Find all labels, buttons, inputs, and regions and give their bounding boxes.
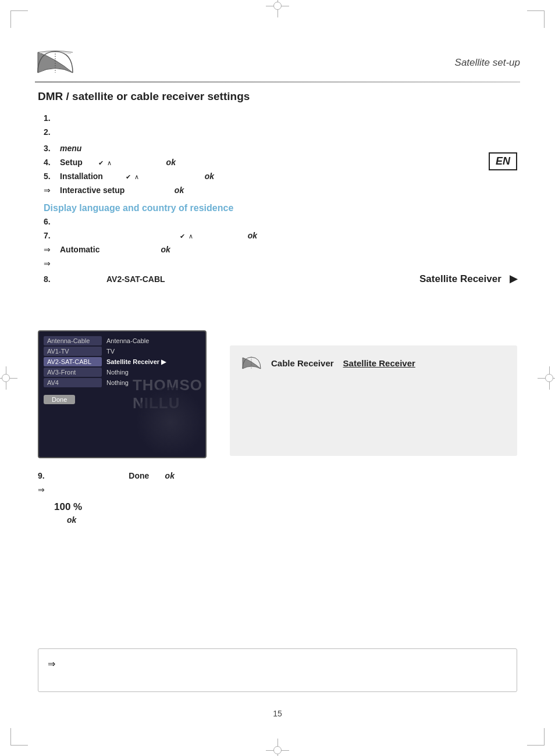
step-7-keys: ✔ ∧ xyxy=(180,233,193,240)
step-4-ok: ok xyxy=(166,158,176,167)
tv-label-av3front: AV3-Front xyxy=(44,368,102,377)
note-box: ⇒ xyxy=(38,648,517,692)
sub-heading: Display language and country of residenc… xyxy=(44,203,517,213)
tv-label-av2satcabl: AV2-SAT-CABL xyxy=(44,357,102,366)
step-auto-ok: ok xyxy=(161,245,170,254)
tv-label-av1tv: AV1-TV xyxy=(44,347,102,356)
step-5: 5. Installation ✔ ∧ ok xyxy=(44,172,517,183)
page-heading: DMR / satellite or cable receiver settin… xyxy=(38,90,517,103)
info-cable-receiver: Cable Receiver xyxy=(271,358,334,368)
info-satellite-receiver: Satellite Receiver xyxy=(343,358,415,368)
av2-sat-cabl-label: AV2-SAT-CABL xyxy=(106,274,165,284)
ok-label: ok xyxy=(67,515,76,525)
tv-bg-graphic xyxy=(136,387,205,457)
corner-mark-tl xyxy=(10,10,28,28)
step-4-label: Setup xyxy=(60,158,83,167)
tv-label-av4: AV4 xyxy=(44,378,102,387)
step-5-arrow-sym: ⇒ xyxy=(44,186,60,195)
step-4-keys: ✔ ∧ xyxy=(98,159,112,166)
step-7-ok: ok xyxy=(248,231,257,240)
step-num-3: 3. xyxy=(44,144,60,153)
step-text-3: menu xyxy=(60,144,517,153)
info-panel: Cable Receiver Satellite Receiver xyxy=(230,345,517,456)
tv-value-av2satcabl: Satellite Receiver xyxy=(106,358,166,366)
step-6: 6. xyxy=(44,217,517,229)
step-automatic: Automatic ok xyxy=(60,245,517,254)
steps-container: 1. 2. 3. menu 4. Setup ✔ ∧ xyxy=(44,113,517,285)
step-text-9: Done ok xyxy=(54,471,517,480)
percent-label: 100 % xyxy=(54,501,82,513)
tv-value-antenna-cable: Antenna-Cable xyxy=(106,337,149,344)
step-num-7: 7. xyxy=(44,231,60,240)
header-title: Satellite set-up xyxy=(455,57,520,69)
tv-menu-av1tv: AV1-TV TV xyxy=(44,347,201,356)
step-num-1: 1. xyxy=(44,113,60,123)
tv-menu-av3front: AV3-Front Nothing xyxy=(44,368,201,377)
steps-continued: 9. Done ok ⇒ 100 % ok xyxy=(38,471,517,529)
step-2: 2. xyxy=(44,127,517,139)
tv-value-av1tv: TV xyxy=(106,348,115,355)
step-9-arrow: ⇒ xyxy=(38,485,517,497)
step-1: 1. xyxy=(44,113,517,125)
step-7-arrow-sym: ⇒ xyxy=(44,245,60,254)
step-text-7: ✔ ∧ ok xyxy=(60,231,517,240)
step-num-2: 2. xyxy=(44,127,60,137)
percent-row: 100 % xyxy=(54,501,517,513)
step-9: 9. Done ok xyxy=(38,471,517,483)
corner-mark-br xyxy=(527,728,545,746)
step-text-4: Setup ✔ ∧ ok xyxy=(60,158,517,167)
step-3: 3. menu xyxy=(44,144,517,155)
satellite-receiver-label: Satellite Receiver ▶ xyxy=(419,273,517,285)
step-7-empty: ⇒ xyxy=(44,259,517,270)
book-icon xyxy=(35,47,76,79)
step-9-arrow-sym: ⇒ xyxy=(38,485,54,494)
done-label-step9: Done xyxy=(129,471,149,480)
step-text-5: Installation ✔ ∧ ok xyxy=(60,172,517,181)
step-text-8: AV2-SAT-CABL Satellite Receiver ▶ xyxy=(60,273,517,285)
step-7-empty-arrow: ⇒ xyxy=(44,259,60,268)
note-arrow-sym: ⇒ xyxy=(48,658,55,669)
step-5-arrow: ⇒ Interactive setup ok xyxy=(44,186,517,197)
step-num-4: 4. xyxy=(44,158,60,167)
step-5-keys: ✔ ∧ xyxy=(126,173,139,180)
header-line xyxy=(35,81,520,83)
automatic-label: Automatic xyxy=(60,245,99,254)
corner-mark-bl xyxy=(10,728,28,746)
step-5-interactive: Interactive setup ok xyxy=(60,186,517,195)
tv-value-av4: Nothing xyxy=(106,379,129,386)
page-number: 15 xyxy=(273,709,282,718)
header-bar: Satellite set-up xyxy=(35,47,520,79)
tv-label-antenna-cable: Antenna-Cable xyxy=(44,336,102,345)
step-num-8: 8. xyxy=(44,274,60,284)
info-book-icon xyxy=(241,355,262,371)
step-9-ok: ok xyxy=(165,471,175,480)
interactive-setup-label: Interactive setup xyxy=(60,186,124,195)
step-7: 7. ✔ ∧ ok xyxy=(44,231,517,243)
info-panel-header: Cable Receiver Satellite Receiver xyxy=(241,355,506,371)
tv-menu-antenna-cable: Antenna-Cable Antenna-Cable xyxy=(44,336,201,345)
ok-row: ok xyxy=(67,515,517,527)
done-button[interactable]: Done xyxy=(44,395,75,404)
step-num-5: 5. xyxy=(44,172,60,181)
step-5-ok: ok xyxy=(205,172,214,181)
step-5-label: Installation xyxy=(60,172,103,181)
step-8: 8. AV2-SAT-CABL Satellite Receiver ▶ xyxy=(44,273,517,285)
step-4: 4. Setup ✔ ∧ ok xyxy=(44,158,517,169)
main-content: DMR / satellite or cable receiver settin… xyxy=(38,90,517,287)
step-3-menu: menu xyxy=(60,144,81,153)
screenshot-panel: Antenna-Cable Antenna-Cable AV1-TV TV AV… xyxy=(38,330,207,458)
step-num-9: 9. xyxy=(38,471,54,480)
av2-sat-cabl-bold: AV2-SAT-CABL xyxy=(106,274,165,284)
tv-value-av3front: Nothing xyxy=(106,369,129,376)
step-5-ok2: ok xyxy=(175,186,184,195)
step-7-auto: ⇒ Automatic ok xyxy=(44,245,517,256)
step-num-6: 6. xyxy=(44,217,60,226)
corner-mark-tr xyxy=(527,10,545,28)
tv-menu-av2satcabl: AV2-SAT-CABL Satellite Receiver xyxy=(44,357,201,366)
